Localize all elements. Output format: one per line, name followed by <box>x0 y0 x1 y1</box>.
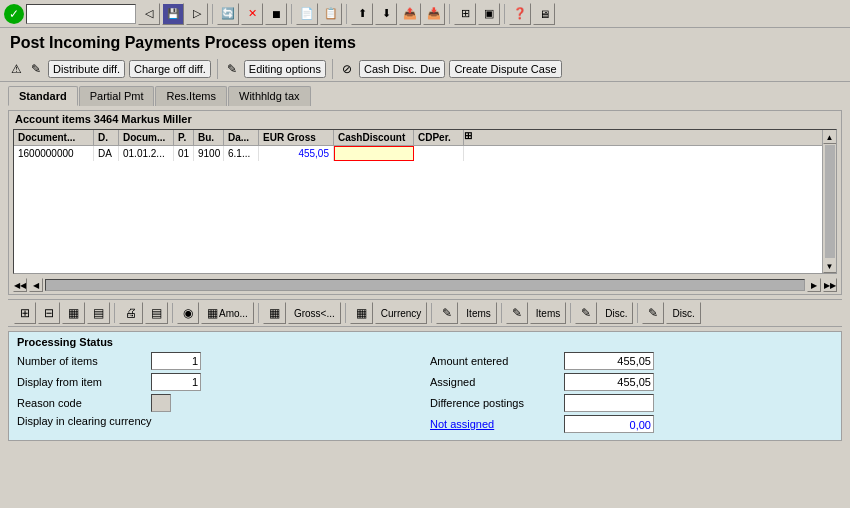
page-btn2[interactable]: 📋 <box>320 3 342 25</box>
tab-partial-pmt[interactable]: Partial Pmt <box>79 86 155 106</box>
scroll-track[interactable] <box>825 145 835 258</box>
proc-row-num-items: Number of items <box>17 352 420 370</box>
deselect-btn[interactable]: ⊟ <box>38 302 60 324</box>
gross-btn[interactable]: Gross<... <box>288 302 341 324</box>
diff-postings-input[interactable] <box>564 394 654 412</box>
nav-back-btn[interactable]: ◁ <box>138 3 160 25</box>
cash-disc-btn[interactable]: Cash Disc. Due <box>359 60 445 78</box>
proc-left-col: Number of items Display from item Reason… <box>17 352 420 436</box>
sep13 <box>501 303 502 323</box>
table-header: Document... D. Docum... P. Bu. Da... <box>14 130 836 146</box>
tab-withhhldg-tax[interactable]: Withhldg tax <box>228 86 311 106</box>
proc-row-assigned: Assigned <box>430 373 833 391</box>
num-items-input[interactable] <box>151 352 201 370</box>
h-nav-left[interactable]: ◀ <box>29 278 43 292</box>
td-bu: 9100 <box>194 146 224 161</box>
cd-input-field[interactable] <box>337 148 407 159</box>
processing-panel: Processing Status Number of items Displa… <box>8 331 842 441</box>
not-assigned-link[interactable]: Not assigned <box>430 418 560 430</box>
distribute-btn[interactable]: Distribute diff. <box>48 60 125 78</box>
sep9 <box>172 303 173 323</box>
items1-btn[interactable]: Items <box>460 302 496 324</box>
col-expand-icon[interactable]: ⊞ <box>464 130 836 145</box>
h-scroll-track[interactable] <box>45 279 805 291</box>
col-da-header: Da... <box>224 130 259 145</box>
dn-btn[interactable]: ⬇ <box>375 3 397 25</box>
col-doc-header: Document... <box>14 130 94 145</box>
processing-title: Processing Status <box>17 336 833 348</box>
td-docu: 01.01.2... <box>119 146 174 161</box>
page-btn1[interactable]: 📄 <box>296 3 318 25</box>
sep14 <box>570 303 571 323</box>
disc1-btn[interactable]: Disc. <box>599 302 633 324</box>
vertical-scrollbar[interactable]: ▲ ▼ <box>822 130 836 273</box>
toolbar-input[interactable] <box>26 4 136 24</box>
table-container: Document... D. Docum... P. Bu. Da... <box>13 129 837 274</box>
sep8 <box>114 303 115 323</box>
td-cd-input[interactable] <box>334 146 414 161</box>
select-all-btn[interactable]: ⊞ <box>14 302 36 324</box>
h-nav-right[interactable]: ▶ <box>807 278 821 292</box>
display-from-input[interactable] <box>151 373 201 391</box>
sep3 <box>346 4 347 24</box>
nav-fwd-btn[interactable]: ▷ <box>186 3 208 25</box>
td-d: DA <box>94 146 119 161</box>
btn-grid2[interactable]: ▦ <box>62 302 85 324</box>
cash-disc-label: Cash Disc. Due <box>364 63 440 75</box>
cancel-btn[interactable]: ✕ <box>241 3 263 25</box>
account-panel: Account items 3464 Markus Miller Documen… <box>8 110 842 295</box>
amt-circle-btn[interactable]: ◉ <box>177 302 199 324</box>
grid-btn1[interactable]: ⊞ <box>454 3 476 25</box>
refresh-btn[interactable]: 🔄 <box>217 3 239 25</box>
currency-btn[interactable]: Currency <box>375 302 428 324</box>
assigned-input[interactable] <box>564 373 654 391</box>
items1-icon-btn[interactable]: ✎ <box>436 302 458 324</box>
disc2-icon-btn[interactable]: ✎ <box>642 302 664 324</box>
monitor-btn[interactable]: 🖥 <box>533 3 555 25</box>
up-btn[interactable]: ⬆ <box>351 3 373 25</box>
sep5 <box>504 4 505 24</box>
sep15 <box>637 303 638 323</box>
bottom-action-toolbar: ⊞ ⊟ ▦ ▤ 🖨 ▤ ◉ ▦ Amo... ▦ Gross<... ▦ Cur… <box>8 299 842 327</box>
td-da: 6.1... <box>224 146 259 161</box>
download-btn[interactable]: 📥 <box>423 3 445 25</box>
proc-row-reason: Reason code <box>17 394 420 412</box>
proc-row-amount: Amount entered <box>430 352 833 370</box>
save-btn[interactable]: 💾 <box>162 3 184 25</box>
col-cdper-header: CDPer. <box>414 130 464 145</box>
reason-code-input[interactable] <box>151 394 171 412</box>
tab-res-items[interactable]: Res.Items <box>155 86 227 106</box>
disc2-btn[interactable]: Disc. <box>666 302 700 324</box>
scroll-down-btn[interactable]: ▼ <box>823 259 837 273</box>
grid-btn2[interactable]: ▣ <box>478 3 500 25</box>
tabs-bar: Standard Partial Pmt Res.Items Withhldg … <box>0 82 850 106</box>
upload-btn[interactable]: 📤 <box>399 3 421 25</box>
currency-icon-btn[interactable]: ▦ <box>350 302 373 324</box>
stop-btn[interactable]: ⏹ <box>265 3 287 25</box>
top-toolbar: ✓ ◁ 💾 ▷ 🔄 ✕ ⏹ 📄 📋 ⬆ ⬇ 📤 📥 ⊞ ▣ ❓ 🖥 <box>0 0 850 28</box>
disc1-icon-btn[interactable]: ✎ <box>575 302 597 324</box>
items2-btn[interactable]: Items <box>530 302 566 324</box>
distribute-label: Distribute diff. <box>53 63 120 75</box>
main-content: Account items 3464 Markus Miller Documen… <box>0 106 850 449</box>
h-nav-last[interactable]: ▶▶ <box>823 278 837 292</box>
scroll-up-btn[interactable]: ▲ <box>823 130 837 144</box>
proc-row-not-assigned: Not assigned 0,00 <box>430 415 833 433</box>
gross-icon-btn[interactable]: ▦ <box>263 302 286 324</box>
editing-btn[interactable]: Editing options <box>244 60 326 78</box>
col-d-header: D. <box>94 130 119 145</box>
table-row: 1600000000 DA 01.01.2... 01 9100 6.1... <box>14 146 836 161</box>
help-btn[interactable]: ❓ <box>509 3 531 25</box>
charge-off-btn[interactable]: Charge off diff. <box>129 60 211 78</box>
col-gross-header: EUR Gross <box>259 130 334 145</box>
amount-entered-input[interactable] <box>564 352 654 370</box>
items2-icon-btn[interactable]: ✎ <box>506 302 528 324</box>
btn-list[interactable]: ▤ <box>87 302 110 324</box>
sep6 <box>217 59 218 79</box>
grid-layout-btn[interactable]: ▤ <box>145 302 168 324</box>
h-nav-first[interactable]: ◀◀ <box>13 278 27 292</box>
tab-standard[interactable]: Standard <box>8 86 78 106</box>
dispute-btn[interactable]: Create Dispute Case <box>449 60 561 78</box>
amo-btn[interactable]: ▦ Amo... <box>201 302 254 324</box>
print-btn[interactable]: 🖨 <box>119 302 143 324</box>
